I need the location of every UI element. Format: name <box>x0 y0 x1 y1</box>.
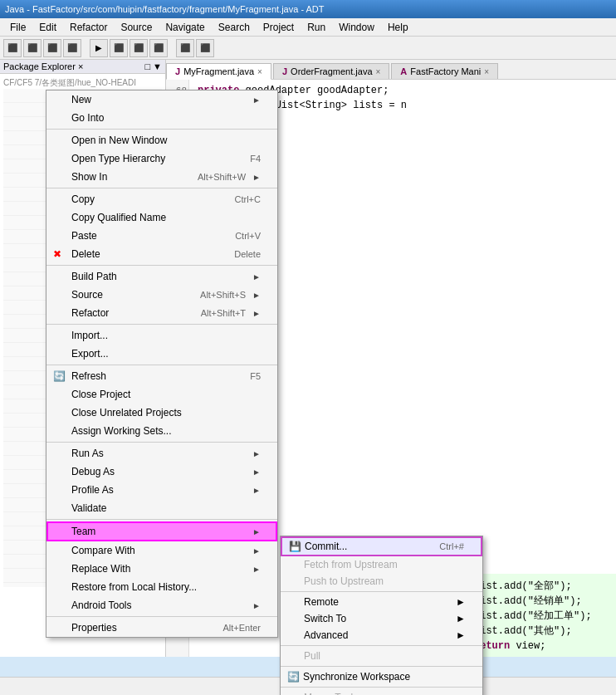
toolbar-btn-4[interactable]: ⬛ <box>63 39 81 57</box>
toolbar-btn-2[interactable]: ⬛ <box>23 39 42 57</box>
ctx-import[interactable]: Import... <box>46 326 277 345</box>
submenu-sync[interactable]: 🔄 Synchronize Workspace <box>281 668 482 685</box>
ctx-export-label: Export... <box>71 348 109 360</box>
toolbar-btn-6[interactable]: ⬛ <box>110 39 128 57</box>
submenu-advanced[interactable]: Advanced ► <box>281 627 482 644</box>
ctx-sep4 <box>46 324 277 325</box>
submenu-merge-tool[interactable]: Merge Tool <box>281 689 482 695</box>
menu-file[interactable]: File <box>3 20 32 35</box>
ctx-type-hierarchy[interactable]: Open Type Hierarchy F4 <box>46 149 277 168</box>
ctx-profile-as[interactable]: Profile As ► <box>46 481 277 499</box>
menu-search[interactable]: Search <box>212 20 257 35</box>
ctx-replace-with[interactable]: Replace With ► <box>46 560 277 578</box>
ctx-close-unrelated[interactable]: Close Unrelated Projects <box>46 404 277 422</box>
ctx-compare-with[interactable]: Compare With ► <box>46 541 277 560</box>
tab-icon-1: J <box>175 66 180 76</box>
toolbar-btn-1[interactable]: ⬛ <box>3 39 22 57</box>
submenu-sync-label: Synchronize Workspace <box>303 671 410 683</box>
menu-refactor[interactable]: Refactor <box>63 20 114 35</box>
ctx-refresh-label: Refresh <box>71 370 106 382</box>
menu-project[interactable]: Project <box>257 20 301 35</box>
ctx-android-tools[interactable]: Android Tools ► <box>46 596 277 614</box>
submenu-fetch[interactable]: Fetch from Upstream <box>281 556 482 573</box>
menu-window[interactable]: Window <box>332 20 381 35</box>
submenu-commit-shortcut: Ctrl+# <box>439 541 464 551</box>
tab-orderfragment[interactable]: J OrderFragment.java × <box>273 63 389 79</box>
toolbar-btn-3[interactable]: ⬛ <box>43 39 61 57</box>
ctx-show-in[interactable]: Show In Alt+Shift+W ► <box>46 168 277 186</box>
ctx-build-path-arrow: ► <box>252 272 261 281</box>
tab-icon-2: J <box>282 66 287 76</box>
toolbar-btn-7[interactable]: ⬛ <box>130 39 148 57</box>
submenu-pull[interactable]: Pull <box>281 648 482 664</box>
ctx-refactor-arrow: ► <box>252 309 261 318</box>
ctx-validate[interactable]: Validate <box>46 499 277 517</box>
ctx-source[interactable]: Source Alt+Shift+S ► <box>46 286 277 304</box>
ctx-new[interactable]: New ► <box>46 91 277 109</box>
ctx-build-path-label: Build Path <box>71 271 117 282</box>
submenu-push-label: Push to Upstream <box>304 575 384 587</box>
ctx-close-project[interactable]: Close Project <box>46 385 277 404</box>
submenu-advanced-arrow: ► <box>456 629 466 641</box>
ctx-copy-label: Copy <box>71 193 95 205</box>
ctx-team[interactable]: Team ► <box>46 521 277 541</box>
ctx-delete[interactable]: ✖ Delete Delete <box>46 245 277 263</box>
ctx-sep8 <box>46 616 277 617</box>
ctx-refactor[interactable]: Refactor Alt+Shift+T ► <box>46 304 277 322</box>
ctx-debug-as-label: Debug As <box>71 466 115 477</box>
ctx-restore-local[interactable]: Restore from Local History... <box>46 578 277 596</box>
submenu-push[interactable]: Push to Upstream <box>281 573 482 590</box>
tab-myfragment[interactable]: J MyFragment.java × <box>166 63 271 80</box>
ctx-refresh[interactable]: 🔄 Refresh F5 <box>46 367 277 385</box>
submenu-switch-to[interactable]: Switch To ► <box>281 610 482 627</box>
toolbar-btn-10[interactable]: ⬛ <box>196 39 214 57</box>
ctx-delete-shortcut: Delete <box>234 249 261 259</box>
ctx-close-project-label: Close Project <box>71 389 130 400</box>
editor-tab-bar: J MyFragment.java × J OrderFragment.java… <box>166 60 616 80</box>
submenu-fetch-label: Fetch from Upstream <box>304 559 398 570</box>
ctx-close-unrelated-label: Close Unrelated Projects <box>71 407 182 418</box>
ctx-source-label: Source <box>71 289 103 301</box>
submenu-sep2 <box>281 645 482 646</box>
ctx-profile-as-arrow: ► <box>252 486 261 495</box>
ctx-assign-working-sets[interactable]: Assign Working Sets... <box>46 422 277 440</box>
menu-source[interactable]: Source <box>114 20 159 35</box>
submenu-switch-to-label: Switch To <box>304 613 346 624</box>
title-bar: Java - FastFactory/src/com/huipin/fastfa… <box>0 0 616 18</box>
ctx-paste-label: Paste <box>71 230 97 242</box>
title-text: Java - FastFactory/src/com/huipin/fastfa… <box>5 4 325 14</box>
ctx-build-path[interactable]: Build Path ► <box>46 267 277 286</box>
ctx-run-as[interactable]: Run As ► <box>46 444 277 463</box>
tab-fastfactory[interactable]: A FastFactory Mani × <box>391 63 498 79</box>
tab-close-1[interactable]: × <box>257 67 262 76</box>
ctx-paste[interactable]: Paste Ctrl+V <box>46 227 277 245</box>
ctx-properties[interactable]: Properties Alt+Enter <box>46 619 277 637</box>
ctx-copy[interactable]: Copy Ctrl+C <box>46 190 277 208</box>
tab-label-3: FastFactory Mani <box>410 66 481 76</box>
ctx-compare-with-arrow: ► <box>252 546 261 556</box>
ctx-go-into[interactable]: Go Into <box>46 109 277 127</box>
ctx-copy-qualified-label: Copy Qualified Name <box>71 212 166 223</box>
ctx-copy-qualified[interactable]: Copy Qualified Name <box>46 208 277 227</box>
sidebar-title: Package Explorer × <box>3 61 83 71</box>
ctx-debug-as[interactable]: Debug As ► <box>46 463 277 481</box>
tab-close-3[interactable]: × <box>484 67 489 76</box>
ctx-compare-with-label: Compare With <box>71 545 135 556</box>
menu-help[interactable]: Help <box>381 20 415 35</box>
ctx-open-window[interactable]: Open in New Window <box>46 131 277 149</box>
team-submenu: 💾 Commit... Ctrl+# Fetch from Upstream P… <box>280 536 483 695</box>
sidebar-controls[interactable]: □ ▼ <box>144 61 162 71</box>
menu-edit[interactable]: Edit <box>32 20 63 35</box>
ctx-export[interactable]: Export... <box>46 345 277 363</box>
menu-run[interactable]: Run <box>301 20 332 35</box>
ctx-refresh-shortcut: F5 <box>250 371 261 381</box>
submenu-commit[interactable]: 💾 Commit... Ctrl+# <box>281 536 482 556</box>
tab-icon-3: A <box>400 66 407 76</box>
toolbar-btn-9[interactable]: ⬛ <box>176 39 194 57</box>
toolbar-btn-8[interactable]: ⬛ <box>149 39 168 57</box>
menu-navigate[interactable]: Navigate <box>159 20 211 35</box>
menu-bar: File Edit Refactor Source Navigate Searc… <box>0 18 616 37</box>
submenu-remote[interactable]: Remote ► <box>281 594 482 610</box>
tab-close-2[interactable]: × <box>376 67 381 76</box>
toolbar-btn-5[interactable]: ▶ <box>90 39 108 57</box>
